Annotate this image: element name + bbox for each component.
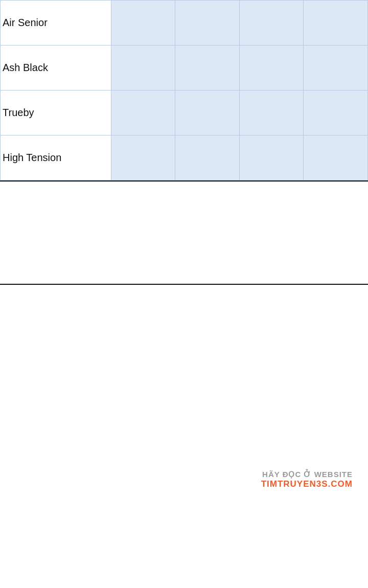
lower-blank-area: HÃY ĐỌC Ở WEBSITE TIMTRUYEN3S.COM: [0, 285, 368, 505]
table-row: Trueby: [1, 91, 368, 135]
watermark-line1: HÃY ĐỌC Ở WEBSITE: [261, 470, 353, 479]
data-cell: [111, 135, 175, 180]
data-cell: [175, 135, 240, 180]
table-row: High Tension: [1, 135, 368, 180]
data-cell: [304, 135, 368, 180]
watermark-line2: TIMTRUYEN3S.COM: [261, 479, 353, 489]
data-cell: [304, 1, 368, 46]
data-cell: [239, 135, 304, 180]
data-cell: [175, 46, 240, 91]
blank-area-1: [0, 182, 368, 284]
data-cell: [111, 46, 175, 91]
schedule-table: Air SeniorAsh BlackTruebyHigh Tension: [0, 0, 368, 180]
data-cell: [239, 91, 304, 135]
table-row: Air Senior: [1, 1, 368, 46]
data-cell: [304, 91, 368, 135]
data-cell: [175, 1, 240, 46]
row-label: Ash Black: [1, 46, 111, 91]
row-label: Air Senior: [1, 1, 111, 46]
table-row: Ash Black: [1, 46, 368, 91]
data-cell: [239, 46, 304, 91]
data-table: Air SeniorAsh BlackTruebyHigh Tension: [0, 0, 368, 180]
data-cell: [304, 46, 368, 91]
row-label: Trueby: [1, 91, 111, 135]
data-cell: [239, 1, 304, 46]
watermark: HÃY ĐỌC Ở WEBSITE TIMTRUYEN3S.COM: [261, 470, 353, 489]
data-cell: [175, 91, 240, 135]
row-label: High Tension: [1, 135, 111, 180]
data-cell: [111, 1, 175, 46]
data-cell: [111, 91, 175, 135]
